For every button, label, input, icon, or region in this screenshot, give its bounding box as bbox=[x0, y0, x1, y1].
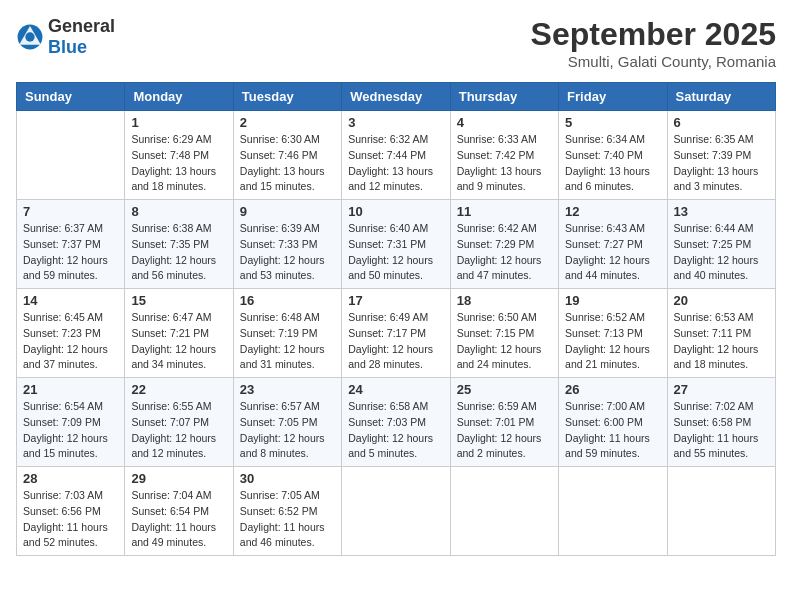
day-number: 3 bbox=[348, 115, 443, 130]
day-number: 22 bbox=[131, 382, 226, 397]
calendar-cell: 13Sunrise: 6:44 AM Sunset: 7:25 PM Dayli… bbox=[667, 200, 775, 289]
day-info: Sunrise: 6:49 AM Sunset: 7:17 PM Dayligh… bbox=[348, 310, 443, 373]
title-block: September 2025 Smulti, Galati County, Ro… bbox=[531, 16, 776, 70]
day-number: 5 bbox=[565, 115, 660, 130]
calendar-cell: 23Sunrise: 6:57 AM Sunset: 7:05 PM Dayli… bbox=[233, 378, 341, 467]
day-number: 20 bbox=[674, 293, 769, 308]
calendar-cell: 22Sunrise: 6:55 AM Sunset: 7:07 PM Dayli… bbox=[125, 378, 233, 467]
logo-text: General Blue bbox=[48, 16, 115, 58]
day-number: 27 bbox=[674, 382, 769, 397]
day-number: 13 bbox=[674, 204, 769, 219]
day-info: Sunrise: 6:58 AM Sunset: 7:03 PM Dayligh… bbox=[348, 399, 443, 462]
day-number: 29 bbox=[131, 471, 226, 486]
logo-blue: Blue bbox=[48, 37, 87, 57]
calendar-cell bbox=[559, 467, 667, 556]
calendar-cell: 20Sunrise: 6:53 AM Sunset: 7:11 PM Dayli… bbox=[667, 289, 775, 378]
day-info: Sunrise: 7:05 AM Sunset: 6:52 PM Dayligh… bbox=[240, 488, 335, 551]
weekday-header-monday: Monday bbox=[125, 83, 233, 111]
day-info: Sunrise: 6:54 AM Sunset: 7:09 PM Dayligh… bbox=[23, 399, 118, 462]
day-number: 21 bbox=[23, 382, 118, 397]
calendar-cell: 3Sunrise: 6:32 AM Sunset: 7:44 PM Daylig… bbox=[342, 111, 450, 200]
calendar-cell: 29Sunrise: 7:04 AM Sunset: 6:54 PM Dayli… bbox=[125, 467, 233, 556]
calendar-cell: 11Sunrise: 6:42 AM Sunset: 7:29 PM Dayli… bbox=[450, 200, 558, 289]
calendar-cell: 19Sunrise: 6:52 AM Sunset: 7:13 PM Dayli… bbox=[559, 289, 667, 378]
day-number: 4 bbox=[457, 115, 552, 130]
calendar-cell: 12Sunrise: 6:43 AM Sunset: 7:27 PM Dayli… bbox=[559, 200, 667, 289]
day-number: 14 bbox=[23, 293, 118, 308]
day-info: Sunrise: 6:40 AM Sunset: 7:31 PM Dayligh… bbox=[348, 221, 443, 284]
day-number: 2 bbox=[240, 115, 335, 130]
calendar-cell bbox=[17, 111, 125, 200]
day-number: 12 bbox=[565, 204, 660, 219]
day-number: 9 bbox=[240, 204, 335, 219]
day-info: Sunrise: 6:50 AM Sunset: 7:15 PM Dayligh… bbox=[457, 310, 552, 373]
weekday-header-saturday: Saturday bbox=[667, 83, 775, 111]
calendar-cell: 18Sunrise: 6:50 AM Sunset: 7:15 PM Dayli… bbox=[450, 289, 558, 378]
location-subtitle: Smulti, Galati County, Romania bbox=[531, 53, 776, 70]
svg-point-2 bbox=[25, 32, 34, 41]
page-header: General Blue September 2025 Smulti, Gala… bbox=[16, 16, 776, 70]
day-number: 10 bbox=[348, 204, 443, 219]
logo-general: General bbox=[48, 16, 115, 36]
day-info: Sunrise: 6:38 AM Sunset: 7:35 PM Dayligh… bbox=[131, 221, 226, 284]
calendar-week-5: 28Sunrise: 7:03 AM Sunset: 6:56 PM Dayli… bbox=[17, 467, 776, 556]
day-info: Sunrise: 6:59 AM Sunset: 7:01 PM Dayligh… bbox=[457, 399, 552, 462]
day-number: 24 bbox=[348, 382, 443, 397]
day-number: 8 bbox=[131, 204, 226, 219]
logo-icon bbox=[16, 23, 44, 51]
day-number: 6 bbox=[674, 115, 769, 130]
calendar-cell: 10Sunrise: 6:40 AM Sunset: 7:31 PM Dayli… bbox=[342, 200, 450, 289]
day-number: 18 bbox=[457, 293, 552, 308]
day-info: Sunrise: 6:52 AM Sunset: 7:13 PM Dayligh… bbox=[565, 310, 660, 373]
calendar-cell: 26Sunrise: 7:00 AM Sunset: 6:00 PM Dayli… bbox=[559, 378, 667, 467]
day-number: 26 bbox=[565, 382, 660, 397]
day-info: Sunrise: 6:35 AM Sunset: 7:39 PM Dayligh… bbox=[674, 132, 769, 195]
day-info: Sunrise: 6:39 AM Sunset: 7:33 PM Dayligh… bbox=[240, 221, 335, 284]
day-info: Sunrise: 6:42 AM Sunset: 7:29 PM Dayligh… bbox=[457, 221, 552, 284]
weekday-header-tuesday: Tuesday bbox=[233, 83, 341, 111]
calendar-cell: 30Sunrise: 7:05 AM Sunset: 6:52 PM Dayli… bbox=[233, 467, 341, 556]
calendar-cell: 17Sunrise: 6:49 AM Sunset: 7:17 PM Dayli… bbox=[342, 289, 450, 378]
calendar-cell: 6Sunrise: 6:35 AM Sunset: 7:39 PM Daylig… bbox=[667, 111, 775, 200]
calendar-cell: 21Sunrise: 6:54 AM Sunset: 7:09 PM Dayli… bbox=[17, 378, 125, 467]
calendar-cell: 16Sunrise: 6:48 AM Sunset: 7:19 PM Dayli… bbox=[233, 289, 341, 378]
calendar-cell bbox=[450, 467, 558, 556]
day-info: Sunrise: 6:30 AM Sunset: 7:46 PM Dayligh… bbox=[240, 132, 335, 195]
day-info: Sunrise: 6:29 AM Sunset: 7:48 PM Dayligh… bbox=[131, 132, 226, 195]
day-info: Sunrise: 7:02 AM Sunset: 6:58 PM Dayligh… bbox=[674, 399, 769, 462]
calendar-week-4: 21Sunrise: 6:54 AM Sunset: 7:09 PM Dayli… bbox=[17, 378, 776, 467]
calendar-cell: 28Sunrise: 7:03 AM Sunset: 6:56 PM Dayli… bbox=[17, 467, 125, 556]
weekday-header-thursday: Thursday bbox=[450, 83, 558, 111]
day-info: Sunrise: 6:48 AM Sunset: 7:19 PM Dayligh… bbox=[240, 310, 335, 373]
day-info: Sunrise: 6:45 AM Sunset: 7:23 PM Dayligh… bbox=[23, 310, 118, 373]
day-info: Sunrise: 6:33 AM Sunset: 7:42 PM Dayligh… bbox=[457, 132, 552, 195]
day-info: Sunrise: 7:03 AM Sunset: 6:56 PM Dayligh… bbox=[23, 488, 118, 551]
calendar-cell: 1Sunrise: 6:29 AM Sunset: 7:48 PM Daylig… bbox=[125, 111, 233, 200]
weekday-header-friday: Friday bbox=[559, 83, 667, 111]
calendar-cell bbox=[342, 467, 450, 556]
calendar-cell: 25Sunrise: 6:59 AM Sunset: 7:01 PM Dayli… bbox=[450, 378, 558, 467]
calendar-cell: 2Sunrise: 6:30 AM Sunset: 7:46 PM Daylig… bbox=[233, 111, 341, 200]
calendar-cell: 4Sunrise: 6:33 AM Sunset: 7:42 PM Daylig… bbox=[450, 111, 558, 200]
weekday-header-sunday: Sunday bbox=[17, 83, 125, 111]
calendar-cell bbox=[667, 467, 775, 556]
calendar-week-2: 7Sunrise: 6:37 AM Sunset: 7:37 PM Daylig… bbox=[17, 200, 776, 289]
day-number: 16 bbox=[240, 293, 335, 308]
calendar-cell: 7Sunrise: 6:37 AM Sunset: 7:37 PM Daylig… bbox=[17, 200, 125, 289]
calendar-week-1: 1Sunrise: 6:29 AM Sunset: 7:48 PM Daylig… bbox=[17, 111, 776, 200]
day-number: 30 bbox=[240, 471, 335, 486]
calendar-cell: 24Sunrise: 6:58 AM Sunset: 7:03 PM Dayli… bbox=[342, 378, 450, 467]
calendar-cell: 15Sunrise: 6:47 AM Sunset: 7:21 PM Dayli… bbox=[125, 289, 233, 378]
day-number: 23 bbox=[240, 382, 335, 397]
day-info: Sunrise: 6:34 AM Sunset: 7:40 PM Dayligh… bbox=[565, 132, 660, 195]
calendar-cell: 8Sunrise: 6:38 AM Sunset: 7:35 PM Daylig… bbox=[125, 200, 233, 289]
day-info: Sunrise: 6:57 AM Sunset: 7:05 PM Dayligh… bbox=[240, 399, 335, 462]
calendar-table: SundayMondayTuesdayWednesdayThursdayFrid… bbox=[16, 82, 776, 556]
day-info: Sunrise: 6:53 AM Sunset: 7:11 PM Dayligh… bbox=[674, 310, 769, 373]
day-info: Sunrise: 6:37 AM Sunset: 7:37 PM Dayligh… bbox=[23, 221, 118, 284]
logo: General Blue bbox=[16, 16, 115, 58]
day-info: Sunrise: 6:47 AM Sunset: 7:21 PM Dayligh… bbox=[131, 310, 226, 373]
day-number: 15 bbox=[131, 293, 226, 308]
calendar-cell: 5Sunrise: 6:34 AM Sunset: 7:40 PM Daylig… bbox=[559, 111, 667, 200]
calendar-cell: 9Sunrise: 6:39 AM Sunset: 7:33 PM Daylig… bbox=[233, 200, 341, 289]
